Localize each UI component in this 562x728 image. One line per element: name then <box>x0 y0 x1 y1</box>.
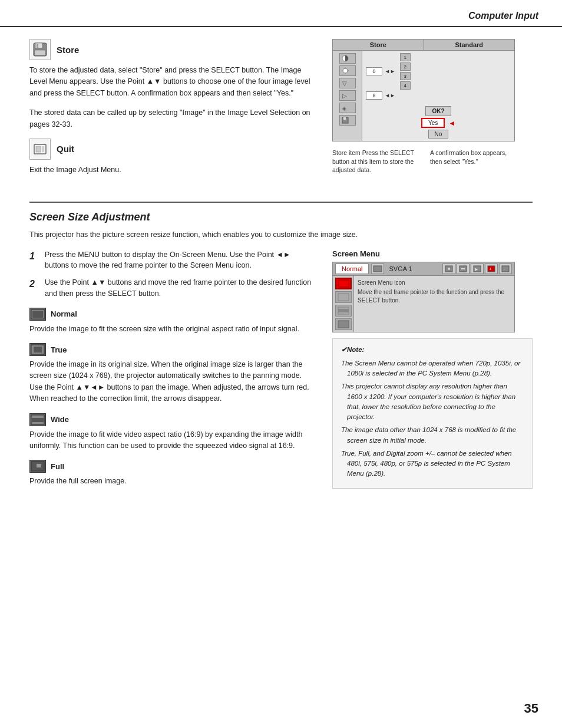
header-title: Computer Input <box>468 11 538 21</box>
svg-text:◈: ◈ <box>342 106 346 111</box>
left-col: Store To store the adjusted data, select… <box>29 39 315 184</box>
svg-rect-26 <box>373 266 382 272</box>
store-diagram-col: Store Standard ▽ <box>332 39 533 184</box>
svg-rect-2 <box>37 44 38 48</box>
true-icon <box>29 343 46 356</box>
store-yes: Yes <box>421 118 445 128</box>
store-diagram: Store Standard ▽ <box>332 39 515 141</box>
step1-text: Press the MENU button to display the On-… <box>45 249 315 272</box>
wide-text: Provide the image to fit wide video aspe… <box>29 429 315 452</box>
svg-text:▷: ▷ <box>342 93 347 99</box>
store-arrow1: ◄► <box>385 68 395 74</box>
smb-left-icons <box>333 276 354 332</box>
store-caption-left: Store item Press the SELECT button at th… <box>332 149 421 174</box>
quit-icon-svg <box>32 141 48 157</box>
bottom-left: 1 Press the MENU button to display the O… <box>29 249 315 496</box>
store-tab2: Standard <box>424 39 515 50</box>
store-row1: 0 ◄► 1 2 3 4 <box>366 53 511 90</box>
step-1: 1 Press the MENU button to display the O… <box>29 249 315 272</box>
svg-rect-5 <box>36 146 41 152</box>
store-icon <box>29 39 51 60</box>
full-text: Provide the full screen image. <box>29 476 315 487</box>
screen-menu-body: Screen Menu icon Move the red frame poin… <box>333 276 514 332</box>
svg-rect-19 <box>32 311 43 318</box>
store-left-icons: ▽ ▷ ◈ <box>333 51 362 141</box>
page-content: Store To store the adjusted data, select… <box>0 27 562 519</box>
step2-text: Use the Point ▲▼ buttons and move the re… <box>45 277 315 299</box>
store-no: No <box>428 130 449 139</box>
smh-icons-right: ▶ + − <box>442 263 512 274</box>
full-label: Full <box>51 462 64 471</box>
notes-box: ✔Note: The Screen Menu cannot be operate… <box>332 338 533 489</box>
wide-icon-svg <box>31 414 45 425</box>
store-caption-right: A confirmation box appears, then select … <box>430 149 518 174</box>
true-icon-svg <box>31 344 45 355</box>
screen-size-intro: This projector has the picture screen re… <box>29 229 533 241</box>
note-4: True, Full, and Digital zoom +/– cannot … <box>341 449 524 479</box>
store-icon-color: ▽ <box>339 78 356 88</box>
true-heading: True <box>29 343 315 356</box>
normal-menu-tab: Normal <box>335 263 369 274</box>
svg-rect-38 <box>338 294 349 301</box>
wide-label: Wide <box>51 415 69 424</box>
smb-full <box>335 318 352 330</box>
normal-icon <box>29 308 46 321</box>
screen-menu-header: Normal SVGA 1 ▶ <box>333 262 514 276</box>
steps-list: 1 Press the MENU button to display the O… <box>29 249 315 299</box>
smb-true <box>335 291 352 303</box>
svg-point-28 <box>448 268 450 270</box>
store-icon-svg <box>32 42 48 57</box>
step2-num: 2 <box>29 277 40 299</box>
store-icons-r1: 1 2 3 4 <box>400 53 411 90</box>
store-captions: Store item Press the SELECT button at th… <box>332 146 533 174</box>
svg-point-8 <box>343 68 348 73</box>
store-arrow2: ◄► <box>385 93 395 98</box>
svg-rect-3 <box>35 50 45 55</box>
step-2: 2 Use the Point ▲▼ buttons and move the … <box>29 277 315 299</box>
wide-heading: Wide <box>29 413 315 426</box>
svg-rect-1 <box>35 43 42 48</box>
smb-wide <box>335 305 352 317</box>
screen-menu-icon-label: Screen Menu icon <box>358 279 511 286</box>
svg-rect-17 <box>343 117 346 120</box>
quit-heading: Quit <box>29 139 315 160</box>
arrow-confirm: ◄ <box>448 119 455 127</box>
step1-num: 1 <box>29 249 40 272</box>
store-icon-tint: ▷ <box>339 90 356 101</box>
top-section: Store To store the adjusted data, select… <box>29 39 533 184</box>
store-val1: 0 <box>366 67 382 75</box>
wide-icon <box>29 413 46 426</box>
quit-title: Quit <box>57 144 74 154</box>
store-confirm: OK? Yes ◄ No <box>366 106 511 139</box>
store-icon-bright <box>339 65 356 76</box>
store-heading: Store <box>29 39 315 60</box>
smh-r3: ▶ <box>471 263 484 274</box>
smb-normal <box>335 278 352 289</box>
store-sm-icon2: 2 <box>400 62 411 71</box>
screen-menu-diagram: Normal SVGA 1 ▶ <box>332 262 515 332</box>
screen-size-title: Screen Size Adjustment <box>29 211 533 223</box>
svg-rect-21 <box>34 347 42 353</box>
svg-rect-40 <box>338 309 349 312</box>
store-ok: OK? <box>425 106 451 116</box>
svg-text:+: + <box>489 266 492 272</box>
full-heading: Full <box>29 460 315 473</box>
store-sm-icon4: 4 <box>400 81 411 90</box>
store-icon-contrast <box>339 53 356 64</box>
smh-r1 <box>442 263 455 274</box>
svg-text:▽: ▽ <box>342 80 347 87</box>
note-3: The image data other than 1024 x 768 is … <box>341 425 524 446</box>
store-diagram-body: ▽ ▷ ◈ <box>333 51 514 141</box>
svg-text:−: − <box>503 267 505 271</box>
smh-r2 <box>457 263 470 274</box>
store-title: Store <box>57 45 79 55</box>
smb-right-content: Screen Menu icon Move the red frame poin… <box>354 276 514 332</box>
note-title: ✔Note: <box>341 345 524 355</box>
quit-text: Exit the Image Adjust Menu. <box>29 164 315 176</box>
bottom-right: Screen Menu Normal SVGA 1 <box>332 249 533 496</box>
section-divider <box>29 202 533 203</box>
screen-menu-caption: Move the red frame pointer to the functi… <box>358 288 511 305</box>
normal-icon-svg <box>31 309 45 319</box>
store-icon-store <box>339 115 356 126</box>
store-sm-icon3: 3 <box>400 72 411 80</box>
